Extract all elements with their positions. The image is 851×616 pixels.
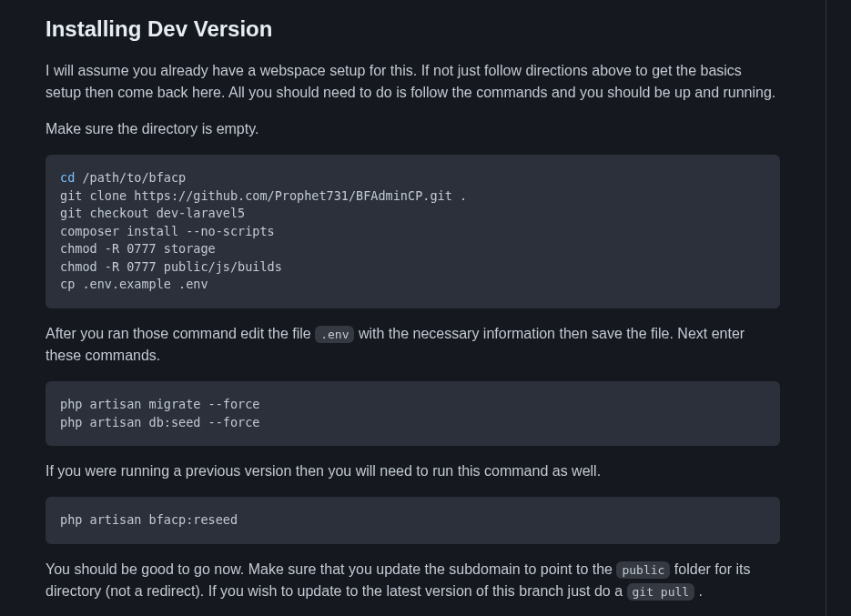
previous-version-paragraph: If you were running a previous version t… [46,460,780,482]
section-heading: Installing Dev Version [46,13,780,45]
inline-code-env: .env [315,326,354,343]
intro-paragraph: I will assume you already have a webspac… [46,60,780,104]
text-segment: After you ran those command edit the fil… [46,326,315,341]
inline-code-gitpull: git pull [627,583,695,601]
code-keyword: cd [60,170,75,185]
edit-env-paragraph: After you ran those command edit the fil… [46,323,780,367]
code-block-migrate: php artisan migrate --force php artisan … [46,381,780,446]
final-paragraph: You should be good to go now. Make sure … [46,559,780,602]
text-segment: You should be good to go now. Make sure … [46,561,616,577]
text-segment: . [694,583,703,599]
code-text: /path/to/bfacp git clone https://github.… [60,170,467,291]
inline-code-public: public [616,561,670,579]
empty-dir-paragraph: Make sure the directory is empty. [46,118,780,140]
document-content: Installing Dev Version I will assume you… [0,0,826,616]
code-block-install: cd /path/to/bfacp git clone https://gith… [46,155,780,308]
code-block-reseed: php artisan bfacp:reseed [46,497,780,544]
